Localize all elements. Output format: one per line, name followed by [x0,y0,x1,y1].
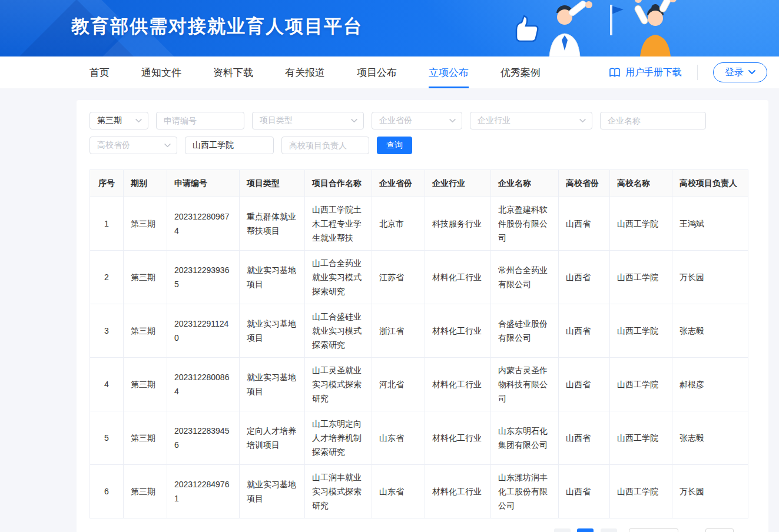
company-name-input[interactable] [600,112,706,129]
pagination-jump-input[interactable] [705,528,734,532]
table-cell: 第三期 [124,465,167,518]
table-cell: 2023122939365 [167,251,240,304]
table-cell: 材料化工行业 [425,411,491,465]
table-cell: 郝根彦 [672,358,748,411]
table-cell: 2023122839456 [167,411,240,465]
table-row: 5第三期2023122839456定向人才培养培训项目山工东明定向人才培养机制探… [90,411,748,465]
table-row: 1第三期2023122809674重点群体就业帮扶项目山西工学院土木工程专业学生… [90,197,748,251]
content-area: 第三期 项目类型 企业省份 企业行业 高校省份 [0,100,779,532]
table-cell: 万长园 [672,465,748,518]
nav-item-approval-publish[interactable]: 立项公布 [429,56,469,88]
nav-item-reports[interactable]: 有关报道 [285,56,325,88]
pagination-page-1[interactable] [577,528,594,532]
pagination-page-2[interactable] [601,528,617,532]
nav-item-notices[interactable]: 通知文件 [141,56,181,88]
nav-item-home[interactable]: 首页 [89,56,110,88]
table-cell: 山西省 [559,197,610,251]
table-cell: 江苏省 [372,251,425,304]
table-cell: 山工东明定向人才培养机制探索研究 [305,411,372,465]
table-cell: 张志毅 [672,304,748,358]
chevron-down-icon [351,119,357,123]
projects-table: 序号期别申请编号项目类型项目合作名称企业省份企业行业企业名称高校省份高校名称高校… [89,169,748,518]
nav-divider [697,65,698,80]
login-button[interactable]: 登录 [713,62,767,82]
pagination-prev-button[interactable] [554,528,571,532]
table-row: 6第三期2023122849761就业实习基地项目山工润丰就业实习模式探索研究山… [90,465,748,518]
banner: 教育部供需对接就业育人项目平台 [0,0,779,56]
woman-figure [634,0,677,56]
table-cell: 2023122911240 [167,304,240,358]
chevron-down-icon [748,70,755,75]
table-cell: 山东省 [372,411,425,465]
period-select[interactable]: 第三期 [89,112,148,129]
nav-right-group: 用户手册下载 登录 [609,56,767,88]
filter-row-1: 第三期 项目类型 企业省份 企业行业 [89,112,748,129]
table-cell: 合盛硅业股份有限公司 [491,304,559,358]
table-cell: 山东省 [372,465,425,518]
table-cell: 内蒙古灵圣作物科技有限公司 [491,358,559,411]
project-type-select[interactable]: 项目类型 [252,112,364,129]
header-cell: 项目合作名称 [305,170,372,197]
user-manual-label: 用户手册下载 [625,66,682,79]
header-cell: 企业省份 [372,170,425,197]
pagination-size-select[interactable] [629,528,678,532]
table-cell: 6 [90,465,124,518]
table-cell: 重点群体就业帮扶项目 [240,197,305,251]
nav-item-project-publish[interactable]: 项目公布 [357,56,397,88]
man-figure [549,0,592,56]
company-industry-select[interactable]: 企业行业 [470,112,592,129]
content-card: 第三期 项目类型 企业省份 企业行业 高校省份 [77,100,768,532]
table-header-row: 序号期别申请编号项目类型项目合作名称企业省份企业行业企业名称高校省份高校名称高校… [90,170,748,197]
table-cell: 1 [90,197,124,251]
table-cell: 常州合全药业有限公司 [491,251,559,304]
user-manual-download[interactable]: 用户手册下载 [609,66,682,79]
table-cell: 第三期 [124,251,167,304]
table-cell: 王鸿斌 [672,197,748,251]
table-cell: 山西工学院 [610,197,672,251]
header-cell: 高校省份 [559,170,610,197]
company-province-select[interactable]: 企业省份 [372,112,462,129]
pagination [89,528,748,532]
flag-shape [612,6,624,14]
table-cell: 第三期 [124,411,167,465]
table-cell: 就业实习基地项目 [240,251,305,304]
table-cell: 山西省 [559,304,610,358]
header-cell: 申请编号 [167,170,240,197]
chevron-down-icon [579,119,586,123]
header-cell: 期别 [124,170,167,197]
table-cell: 第三期 [124,304,167,358]
application-no-input[interactable] [156,112,244,129]
search-button[interactable]: 查询 [377,137,412,154]
table-cell: 就业实习基地项目 [240,304,305,358]
table-cell: 河北省 [372,358,425,411]
thumb-up-icon [516,16,538,41]
college-name-input[interactable] [185,137,274,154]
header-cell: 序号 [90,170,124,197]
college-province-select[interactable]: 高校省份 [89,137,177,154]
table-cell: 2 [90,251,124,304]
college-leader-input[interactable] [281,137,369,154]
chevron-down-icon [135,119,142,123]
table-row: 4第三期2023122800864就业实习基地项目山工灵圣就业实习模式探索研究河… [90,358,748,411]
login-label: 登录 [725,66,744,79]
table-row: 2第三期2023122939365就业实习基地项目山工合全药业就业实习模式探索研… [90,251,748,304]
table-cell: 山西省 [559,251,610,304]
project-type-placeholder: 项目类型 [260,115,293,126]
table-cell: 山西工学院 [610,358,672,411]
nav-item-downloads[interactable]: 资料下载 [213,56,253,88]
table-cell: 2023122809674 [167,197,240,251]
nav-item-excellent-cases[interactable]: 优秀案例 [500,56,541,88]
site-title: 教育部供需对接就业育人项目平台 [71,14,363,39]
table-cell: 就业实习基地项目 [240,465,305,518]
table-cell: 山西省 [559,411,610,465]
header-cell: 企业行业 [425,170,491,197]
table-cell: 山工润丰就业实习模式探索研究 [305,465,372,518]
flag-pole [610,5,612,35]
table-cell: 山东潍坊润丰化工股份有限公司 [491,465,559,518]
filter-row-2: 高校省份 查询 [89,137,748,154]
college-province-placeholder: 高校省份 [97,140,130,151]
table-cell: 山东东明石化集团有限公司 [491,411,559,465]
table-cell: 材料化工行业 [425,304,491,358]
table-cell: 山工合全药业就业实习模式探索研究 [305,251,372,304]
table-cell: 3 [90,304,124,358]
